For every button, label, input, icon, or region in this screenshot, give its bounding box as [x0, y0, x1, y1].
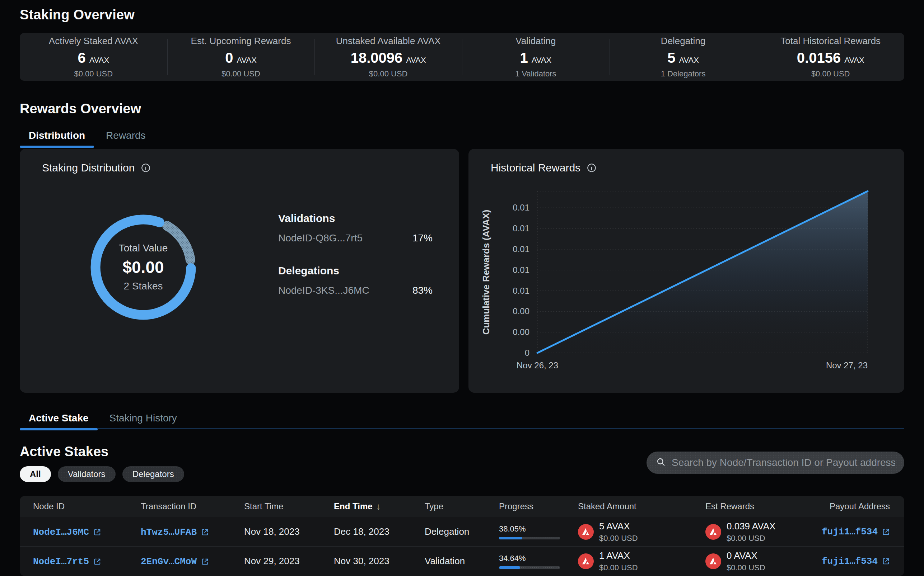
rewards-tabs: Distribution Rewards — [20, 130, 155, 148]
tx-id-link[interactable]: hTwz5…UFAB — [141, 527, 209, 538]
col-transaction-id[interactable]: Transaction ID — [141, 501, 244, 512]
progress-cell: 34.64% — [499, 554, 578, 569]
donut-total-label: Total Value — [119, 242, 168, 254]
historical-rewards-title: Historical Rewards — [491, 162, 581, 174]
external-link-icon — [201, 528, 209, 536]
stat-delegating: Delegating 5AVAX 1 Delegators — [610, 33, 757, 81]
staking-distribution-title: Staking Distribution — [42, 162, 135, 174]
end-time: Nov 30, 2023 — [334, 555, 425, 567]
payout-address-link[interactable]: fuji1…f534 — [822, 556, 890, 567]
col-type[interactable]: Type — [425, 501, 499, 512]
tx-id-link[interactable]: 2EnGv…CMoW — [141, 556, 209, 567]
svg-text:0.00: 0.00 — [513, 306, 529, 316]
sort-desc-icon: ↓ — [376, 501, 381, 512]
table-row[interactable]: NodeI…7rt5 2EnGv…CMoW Nov 29, 2023 Nov 3… — [20, 546, 904, 576]
end-time: Dec 18, 2023 — [334, 526, 425, 537]
stat-sub: $0.00 USD — [74, 69, 113, 78]
rewards-overview-title: Rewards Overview — [20, 101, 141, 117]
start-time: Nov 29, 2023 — [244, 555, 334, 567]
node-id-text: NodeI…7rt5 — [33, 556, 89, 567]
stat-sub: 1 Validators — [515, 69, 557, 78]
col-staked-amount[interactable]: Staked Amount — [578, 501, 705, 512]
filter-all[interactable]: All — [20, 466, 51, 482]
stat-value: 5 — [667, 50, 675, 66]
page-title: Staking Overview — [20, 7, 135, 22]
stat-upcoming-rewards: Est. Upcoming Rewards 0AVAX $0.00 USD — [167, 33, 315, 81]
svg-text:Nov 27, 23: Nov 27, 23 — [826, 360, 868, 370]
staking-distribution-panel: Staking Distribution Total Value $0.00 2… — [20, 149, 459, 393]
col-progress[interactable]: Progress — [499, 501, 578, 512]
stat-label: Total Historical Rewards — [780, 35, 881, 46]
info-icon[interactable] — [140, 162, 151, 173]
search-input[interactable] — [672, 457, 895, 469]
stat-label: Delegating — [661, 35, 705, 46]
progress-bar — [499, 537, 560, 539]
svg-text:Cumulative Rewards (AVAX): Cumulative Rewards (AVAX) — [481, 210, 491, 335]
delegations-item: NodeID-3KS...J6MC 83% — [278, 285, 433, 296]
progress-pct: 38.05% — [499, 524, 578, 534]
est-rewards: 0.039 AVAX — [727, 521, 775, 532]
tx-id-text: 2EnGv…CMoW — [141, 556, 197, 567]
col-node-id[interactable]: Node ID — [33, 501, 141, 512]
stat-value: 18.0096 — [351, 50, 403, 66]
staking-overview-stats: Actively Staked AVAX 6AVAX $0.00 USD Est… — [20, 33, 904, 81]
col-payout-address[interactable]: Payout Address — [813, 501, 890, 512]
svg-text:0: 0 — [525, 348, 529, 358]
validation-node-id: NodeID-Q8G...7rt5 — [278, 232, 363, 244]
filter-validators[interactable]: Validators — [58, 466, 116, 482]
payout-address-text: fuji1…f534 — [822, 526, 878, 537]
avax-logo-icon — [705, 524, 721, 540]
stat-unit: AVAX — [89, 56, 109, 65]
filter-delegators[interactable]: Delegators — [122, 466, 184, 482]
info-icon[interactable] — [586, 162, 597, 173]
tab-active-stake[interactable]: Active Stake — [20, 413, 98, 430]
avax-logo-icon — [578, 554, 594, 569]
stat-actively-staked: Actively Staked AVAX 6AVAX $0.00 USD — [20, 33, 167, 81]
historical-rewards-chart[interactable]: 00.000.000.010.010.010.010.01Cumulative … — [476, 183, 896, 389]
validations-item: NodeID-Q8G...7rt5 17% — [278, 232, 433, 244]
tab-staking-history[interactable]: Staking History — [101, 413, 186, 430]
validation-pct: 17% — [412, 232, 433, 244]
delegation-node-id: NodeID-3KS...J6MC — [278, 285, 369, 296]
avax-logo-icon — [705, 554, 721, 569]
staked-amount-cell: 1 AVAX$0.00 USD — [578, 550, 705, 573]
donut-total-value: $0.00 — [122, 258, 164, 277]
table-row[interactable]: NodeI…J6MC hTwz5…UFAB Nov 18, 2023 Dec 1… — [20, 517, 904, 546]
col-end-time-label: End Time — [334, 501, 373, 512]
stat-unit: AVAX — [844, 56, 864, 65]
tab-rewards[interactable]: Rewards — [97, 130, 154, 148]
est-rewards-cell: 0 AVAX$0.00 USD — [705, 550, 813, 573]
svg-text:0.01: 0.01 — [513, 265, 529, 275]
historical-rewards-panel: Historical Rewards 00.000.000.010.010.01… — [468, 149, 904, 393]
stat-value: 0 — [225, 50, 233, 66]
start-time: Nov 18, 2023 — [244, 526, 334, 537]
est-rewards-usd: $0.00 USD — [727, 534, 775, 543]
col-est-rewards[interactable]: Est Rewards — [705, 501, 813, 512]
stat-sub: 1 Delegators — [661, 69, 706, 78]
stat-total-historical-rewards: Total Historical Rewards 0.0156AVAX $0.0… — [757, 33, 904, 81]
stake-filters: All Validators Delegators — [20, 466, 184, 482]
col-start-time[interactable]: Start Time — [244, 501, 334, 512]
progress-bar — [499, 566, 560, 569]
node-id-text: NodeI…J6MC — [33, 527, 89, 538]
stat-validating: Validating 1AVAX 1 Validators — [462, 33, 610, 81]
tab-distribution[interactable]: Distribution — [20, 130, 94, 148]
stat-value: 6 — [77, 50, 85, 66]
stat-label: Actively Staked AVAX — [49, 35, 138, 46]
node-id-link[interactable]: NodeI…J6MC — [33, 527, 101, 538]
staked-usd: $0.00 USD — [599, 534, 638, 543]
stat-unit: AVAX — [237, 56, 256, 65]
svg-text:0.01: 0.01 — [513, 286, 529, 296]
stat-unit: AVAX — [532, 56, 551, 65]
external-link-icon — [882, 528, 890, 536]
progress-cell: 38.05% — [499, 524, 578, 539]
svg-text:0.01: 0.01 — [513, 224, 529, 233]
est-rewards: 0 AVAX — [727, 550, 765, 561]
payout-address-link[interactable]: fuji1…f534 — [822, 526, 890, 537]
payout-address-text: fuji1…f534 — [822, 556, 878, 567]
col-end-time[interactable]: End Time ↓ — [334, 501, 425, 512]
validations-heading: Validations — [278, 212, 433, 224]
stake-tabs: Active Stake Staking History — [20, 413, 186, 430]
staked-amount: 1 AVAX — [599, 550, 638, 561]
node-id-link[interactable]: NodeI…7rt5 — [33, 556, 101, 567]
